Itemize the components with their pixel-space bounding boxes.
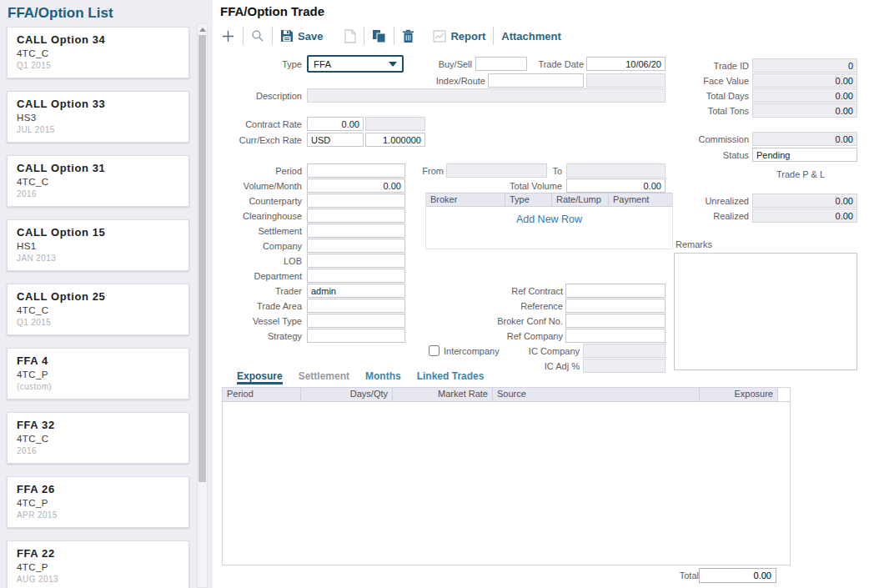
list-item[interactable]: CALL Option 15 HS1 JAN 2013 <box>7 219 189 271</box>
total-days-label: Total Days <box>657 91 749 102</box>
settlement-input[interactable] <box>307 224 405 238</box>
status-input[interactable] <box>752 148 857 162</box>
remarks-textarea[interactable] <box>674 253 857 370</box>
trade-detail-panel: FFA/Option Trade Save Report <box>213 0 869 588</box>
list-item[interactable]: FFA 4 4TC_P (custom) <box>7 348 189 400</box>
currency-input[interactable] <box>307 133 364 147</box>
list-item[interactable]: FFA 32 4TC_C 2016 <box>7 412 189 464</box>
commission-field: 0.00 <box>752 132 857 146</box>
trader-label: Trader <box>210 286 302 297</box>
list-scrollbar[interactable] <box>197 23 208 588</box>
scroll-up-icon[interactable] <box>199 28 206 32</box>
total-days-field: 0.00 <box>752 88 857 103</box>
description-field <box>307 88 666 103</box>
to-label: To <box>470 166 562 177</box>
settlement-label: Settlement <box>210 226 302 237</box>
vessel-type-input[interactable] <box>307 314 405 328</box>
clearinghouse-input[interactable] <box>307 209 405 223</box>
trade-name: FFA 32 <box>17 419 179 431</box>
from-label: From <box>352 166 444 177</box>
total-input[interactable] <box>699 568 776 583</box>
tab-months[interactable]: Months <box>365 370 401 384</box>
add-button[interactable] <box>221 29 235 43</box>
trader-input[interactable] <box>307 284 405 298</box>
broker-table-header: Broker Type Rate/Lump Payment <box>426 193 672 207</box>
toolbar-divider <box>394 27 394 45</box>
counterparty-label: Counterparty <box>210 196 302 207</box>
trade-period: Q1 2015 <box>17 61 179 70</box>
attachment-label: Attachment <box>501 30 561 43</box>
lob-input[interactable] <box>307 254 405 268</box>
department-input[interactable] <box>307 269 405 283</box>
clearinghouse-label: Clearinghouse <box>210 211 302 222</box>
source-col-header: Source <box>493 388 700 401</box>
trade-id-field: 0 <box>752 58 857 73</box>
ref-company-input[interactable] <box>565 329 666 343</box>
toolbar-divider <box>272 27 273 45</box>
trade-name: FFA 4 <box>17 354 179 367</box>
type-col-header: Type <box>505 193 552 206</box>
lob-label: LOB <box>210 256 302 267</box>
status-label: Status <box>657 150 749 161</box>
trade-route: 4TC_C <box>17 305 179 315</box>
trade-route: 4TC_C <box>17 177 179 187</box>
trade-period: AUG 2013 <box>17 575 179 584</box>
list-item[interactable]: CALL Option 25 4TC_C Q1 2015 <box>7 284 189 335</box>
curr-exch-rate-label: Curr/Exch Rate <box>210 135 302 146</box>
trade-route: 4TC_C <box>17 434 179 444</box>
trade-name: CALL Option 34 <box>17 33 179 46</box>
index-route-input[interactable] <box>488 73 584 88</box>
broker-table: Broker Type Rate/Lump Payment Add New Ro… <box>425 193 673 249</box>
new-document-button[interactable] <box>344 29 356 43</box>
copy-button[interactable] <box>372 29 386 43</box>
trade-name: CALL Option 25 <box>17 290 179 303</box>
tab-settlement[interactable]: Settlement <box>299 370 349 384</box>
add-new-row-link[interactable]: Add New Row <box>426 214 672 225</box>
trade-period: JUL 2015 <box>17 125 179 134</box>
trade-area-input[interactable] <box>307 299 405 313</box>
report-button[interactable]: Report <box>433 30 485 43</box>
counterparty-input[interactable] <box>307 193 405 208</box>
report-chart-icon <box>433 30 446 43</box>
trade-name: CALL Option 31 <box>17 162 179 174</box>
ref-contract-input[interactable] <box>565 284 666 298</box>
company-input[interactable] <box>307 239 405 253</box>
tab-linked-trades[interactable]: Linked Trades <box>417 370 485 384</box>
list-item[interactable]: CALL Option 31 4TC_C 2016 <box>7 155 189 207</box>
description-label: Description <box>210 91 302 102</box>
to-field <box>566 163 666 178</box>
volume-month-input[interactable] <box>307 178 405 193</box>
tab-exposure[interactable]: Exposure <box>237 370 283 384</box>
list-item[interactable]: FFA 22 4TC_P AUG 2013 <box>7 540 189 588</box>
broker-conf-no-input[interactable] <box>565 314 666 328</box>
total-volume-input[interactable] <box>566 178 666 193</box>
toolbar-divider <box>243 27 244 45</box>
strategy-label: Strategy <box>210 331 302 342</box>
exch-rate-input[interactable] <box>365 133 425 147</box>
save-button[interactable]: Save <box>280 29 323 43</box>
search-button[interactable] <box>251 29 264 43</box>
attachment-button[interactable]: Attachment <box>501 30 561 43</box>
ref-contract-label: Ref Contract <box>471 286 563 297</box>
strategy-input[interactable] <box>307 329 405 343</box>
volume-month-label: Volume/Month <box>210 181 302 192</box>
scrollbar-thumb[interactable] <box>198 35 206 482</box>
page-title: FFA/Option Trade <box>220 4 324 18</box>
list-item[interactable]: CALL Option 33 HS3 JUL 2015 <box>7 91 189 143</box>
index-route-secondary-field <box>586 73 666 88</box>
trade-date-input[interactable] <box>586 57 666 71</box>
contract-rate-input[interactable] <box>307 117 364 131</box>
market-rate-col-header: Market Rate <box>393 388 493 401</box>
intercompany-checkbox[interactable] <box>429 345 440 356</box>
list-item[interactable]: FFA 26 4TC_P APR 2015 <box>7 476 189 528</box>
list-item[interactable]: CALL Option 34 4TC_C Q1 2015 <box>7 27 189 78</box>
trade-name: CALL Option 15 <box>17 226 179 239</box>
period-label: Period <box>210 166 302 177</box>
commission-label: Commission <box>657 134 749 145</box>
trade-date-label: Trade Date <box>492 59 584 70</box>
reference-input[interactable] <box>565 299 666 313</box>
copy-icon <box>372 29 386 43</box>
delete-button[interactable] <box>402 29 414 43</box>
total-tons-field: 0.00 <box>752 103 857 118</box>
exposure-col-header: Exposure <box>700 388 778 401</box>
